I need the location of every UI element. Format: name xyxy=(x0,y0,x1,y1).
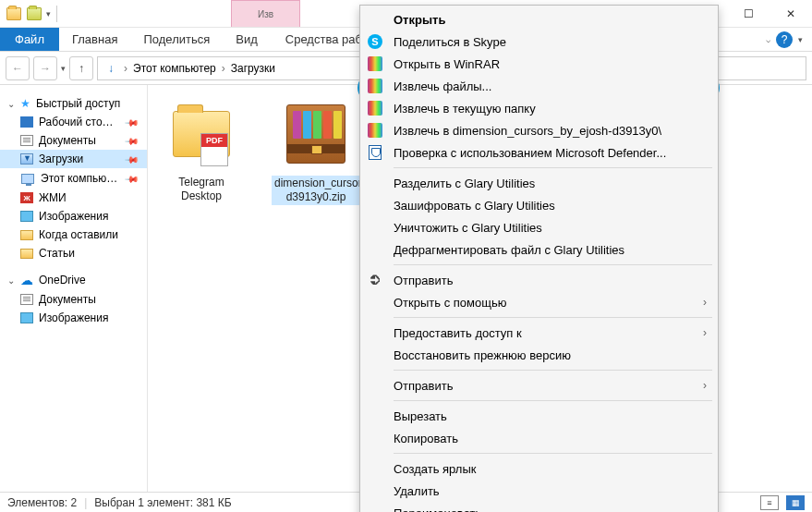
quick-access-toolbar: ▾ xyxy=(0,6,65,22)
folder-icon xyxy=(6,6,22,22)
down-arrow-icon[interactable]: ↓ xyxy=(103,61,118,76)
forward-button[interactable]: → xyxy=(33,56,57,80)
ctx-send-to[interactable]: Отправить› xyxy=(362,374,716,396)
submenu-arrow-icon: › xyxy=(703,326,707,339)
separator xyxy=(394,370,712,371)
skype-icon: S xyxy=(366,32,384,51)
collapse-ribbon-icon[interactable]: ⌵ xyxy=(766,35,770,44)
ctx-extract-files[interactable]: Извлечь файлы... xyxy=(362,75,716,97)
desktop-icon xyxy=(20,116,33,128)
ctx-open-with[interactable]: Открыть с помощью› xyxy=(362,291,716,313)
cloud-icon: ☁ xyxy=(20,273,33,287)
separator xyxy=(394,453,712,454)
back-button[interactable]: ← xyxy=(6,56,30,80)
sidebar-item-od-docs[interactable]: Документы xyxy=(0,290,147,309)
ctx-glary-destroy[interactable]: Уничтожить с Glary Utilities xyxy=(362,216,716,238)
folder-icon xyxy=(20,230,33,240)
separator xyxy=(394,317,712,318)
share-icon: ⮊ xyxy=(366,271,384,289)
separator xyxy=(394,400,712,401)
status-selection: Выбран 1 элемент: 381 КБ xyxy=(94,496,231,509)
sidebar-item-thispc[interactable]: Этот компью…📌 xyxy=(0,168,147,189)
images-icon xyxy=(20,211,33,222)
ctx-skype[interactable]: SПоделиться в Skype xyxy=(362,30,716,53)
ctx-send[interactable]: ⮊Отправить xyxy=(362,269,716,291)
onedrive-label: OneDrive xyxy=(39,274,86,286)
ctx-restore[interactable]: Восстановить прежнюю версию xyxy=(362,344,716,366)
quick-access-label: Быстрый доступ xyxy=(36,97,120,110)
navigation-pane: ⌄ ★ Быстрый доступ Рабочий сто…📌 Докумен… xyxy=(0,85,148,492)
ctx-glary-split[interactable]: Разделить с Glary Utilities xyxy=(362,172,716,194)
tab-share[interactable]: Поделиться xyxy=(130,28,223,51)
sidebar-item-downloads[interactable]: Загрузки📌 xyxy=(0,150,147,168)
ctx-open-winrar[interactable]: Открыть в WinRAR xyxy=(362,53,716,75)
ctx-defender[interactable]: Проверка с использованием Microsoft Defe… xyxy=(362,141,716,164)
document-icon xyxy=(20,135,33,146)
ctx-shortcut[interactable]: Создать ярлык xyxy=(362,457,716,480)
caret-icon: ⌄ xyxy=(7,99,15,109)
images-icon xyxy=(20,312,33,323)
separator xyxy=(56,6,57,22)
file-item-zip[interactable]: dimension_cursors_by_ejosh-d3913y0.zip xyxy=(272,98,360,205)
shield-icon xyxy=(366,143,384,162)
view-details-button[interactable]: ≡ xyxy=(760,495,779,510)
ctx-grant-access[interactable]: Предоставить доступ к› xyxy=(362,322,716,344)
sidebar-item-desktop[interactable]: Рабочий сто…📌 xyxy=(0,113,147,131)
file-tab[interactable]: Файл xyxy=(0,28,59,51)
sidebar-item-od-images[interactable]: Изображения xyxy=(0,309,147,327)
chevron-right-icon[interactable]: › xyxy=(124,62,127,75)
submenu-arrow-icon: › xyxy=(703,296,707,309)
tab-home[interactable]: Главная xyxy=(59,28,130,51)
star-icon: ★ xyxy=(20,97,30,110)
file-label: dimension_cursors_by_ejosh-d3913y0.zip xyxy=(272,176,360,205)
status-count: Элементов: 2 xyxy=(7,496,77,509)
context-menu: Открыть SПоделиться в Skype Открыть в Wi… xyxy=(359,5,719,512)
ctx-extract-here[interactable]: Извлечь в текущую папку xyxy=(362,97,716,119)
sidebar-item-documents[interactable]: Документы📌 xyxy=(0,131,147,150)
folder-icon xyxy=(20,249,33,259)
pdf-badge: PDF xyxy=(201,134,227,147)
sidebar-item-zhmi[interactable]: ЖЖМИ xyxy=(0,189,147,207)
ctx-cut[interactable]: Вырезать xyxy=(362,405,716,427)
document-icon xyxy=(20,294,33,305)
ctx-rename[interactable]: Переименовать xyxy=(362,502,716,512)
contextual-tool-tab[interactable]: Изв xyxy=(231,0,300,27)
file-item-telegram[interactable]: PDF Telegram Desktop xyxy=(157,98,246,203)
folder-alt-icon xyxy=(26,6,42,22)
ribbon-help: ⌵ ? ▾ xyxy=(766,28,812,51)
tab-view[interactable]: Вид xyxy=(223,28,271,51)
ctx-copy[interactable]: Копировать xyxy=(362,427,716,449)
help-icon[interactable]: ? xyxy=(776,31,793,48)
help-dropdown-icon[interactable]: ▾ xyxy=(798,35,803,44)
sidebar-item-folder1[interactable]: Когда оставили xyxy=(0,226,147,244)
red-folder-icon: Ж xyxy=(20,192,33,203)
ctx-open[interactable]: Открыть xyxy=(362,8,716,30)
caret-icon: ⌄ xyxy=(7,275,15,286)
archive-thumbnail xyxy=(280,98,352,170)
pin-icon: 📌 xyxy=(125,171,139,186)
pin-icon: 📌 xyxy=(125,133,139,148)
ctx-extract-to[interactable]: Извлечь в dimension_cursors_by_ejosh-d39… xyxy=(362,119,716,141)
sidebar-item-folder2[interactable]: Статьи xyxy=(0,244,147,262)
view-icons-button[interactable]: ▦ xyxy=(786,495,805,510)
breadcrumb-current[interactable]: Загрузки xyxy=(231,62,275,75)
ctx-glary-encrypt[interactable]: Зашифровать с Glary Utilities xyxy=(362,194,716,216)
ctx-glary-defrag[interactable]: Дефрагментировать файл с Glary Utilities xyxy=(362,238,716,261)
quick-access-header[interactable]: ⌄ ★ Быстрый доступ xyxy=(0,94,147,113)
ctx-delete[interactable]: Удалить xyxy=(362,480,716,502)
monitor-icon xyxy=(20,171,35,186)
history-dropdown-icon[interactable]: ▾ xyxy=(61,64,66,73)
pin-icon: 📌 xyxy=(125,152,139,166)
breadcrumb-root[interactable]: Этот компьютер xyxy=(133,62,216,75)
winrar-icon xyxy=(366,55,384,73)
chevron-right-icon[interactable]: › xyxy=(222,62,225,75)
winrar-icon xyxy=(366,77,384,95)
maximize-button[interactable]: ☐ xyxy=(727,0,770,27)
sidebar-item-images[interactable]: Изображения xyxy=(0,207,147,226)
file-label: Telegram Desktop xyxy=(157,176,246,203)
onedrive-header[interactable]: ⌄ ☁ OneDrive xyxy=(0,270,147,290)
up-button[interactable]: ↑ xyxy=(69,56,93,80)
qat-dropdown-icon[interactable]: ▾ xyxy=(46,9,51,18)
close-button[interactable]: ✕ xyxy=(770,0,812,27)
download-icon xyxy=(20,153,33,165)
